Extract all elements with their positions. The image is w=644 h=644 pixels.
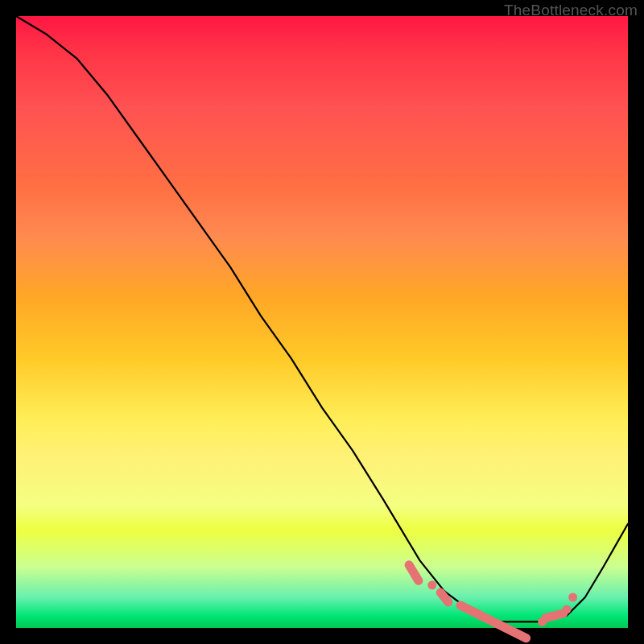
bottleneck-curve [16,16,628,621]
curve-svg [16,16,628,628]
marker-pill [546,613,564,618]
marker-dot [563,605,572,614]
plot-area [16,16,628,628]
marker-dot [427,580,436,589]
curve-markers [409,565,577,638]
marker-dot [568,593,577,602]
marker-pill [440,592,448,602]
marker-pill [409,565,419,581]
chart-frame: TheBottleneck.com [0,0,644,644]
